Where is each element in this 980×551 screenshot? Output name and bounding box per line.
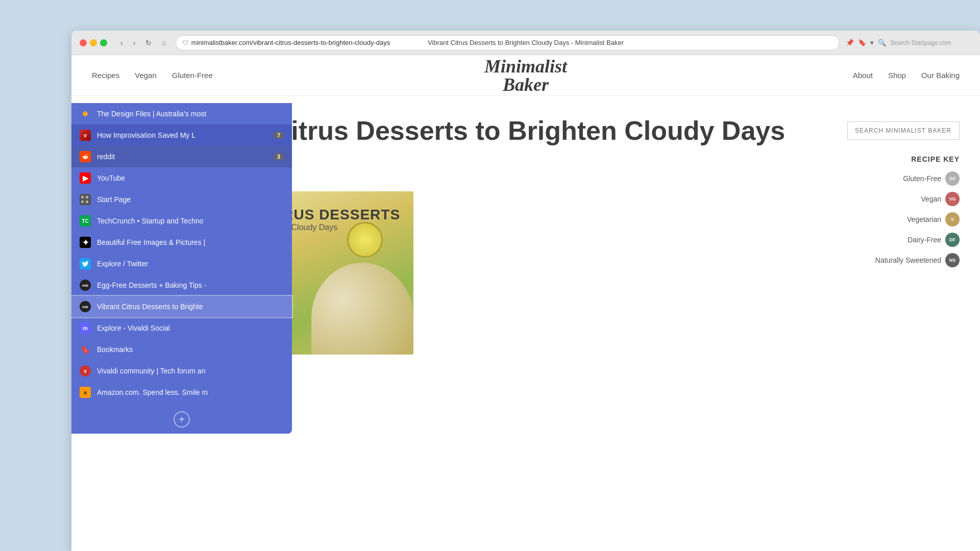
nav-vegan[interactable]: Vegan (135, 71, 157, 80)
key-label-vg: Vegan (921, 195, 941, 203)
tab-label-improvisation: How Improvisation Saved My L (97, 131, 267, 139)
tab-item-vivaldi-community[interactable]: v Vivaldi community | Tech forum an (71, 360, 292, 382)
nav-links-left: Recipes Vegan Gluten-Free (92, 71, 213, 80)
tab-label-reddit: reddit (97, 153, 267, 161)
recipe-search-input[interactable] (847, 121, 960, 140)
key-badge-v: V (945, 212, 960, 227)
startpage-icon (80, 194, 91, 205)
vivaldi-community-icon: v (80, 365, 91, 377)
tab-item-unsplash[interactable]: ✦ Beautiful Free Images & Pictures | (71, 232, 292, 253)
search-icon[interactable]: 🔍 (878, 39, 886, 46)
tab-item-minimalist-egg[interactable]: mb Egg-Free Desserts + Baking Tips - (71, 274, 292, 296)
vivaldi-icon: v (80, 130, 91, 141)
nav-gluten-free[interactable]: Gluten-Free (172, 71, 213, 80)
unsplash-icon: ✦ (80, 237, 91, 248)
key-label-v: Vegetarian (907, 215, 941, 223)
traffic-lights (80, 39, 107, 46)
key-badge-ns: NS (945, 253, 960, 267)
site-logo[interactable]: Minimalist Baker (484, 57, 567, 94)
design-files-icon (80, 108, 91, 119)
key-label-gf: Gluten-Free (903, 174, 941, 183)
maximize-button[interactable] (100, 39, 107, 46)
tab-label-vivaldi-community: Vivaldi community | Tech forum an (97, 367, 284, 375)
tab-item-twitter[interactable]: Explore / Twitter (71, 253, 292, 274)
site-nav: Recipes Vegan Gluten-Free Minimalist Bak… (71, 55, 980, 96)
tab-label-startpage: Start Page (97, 195, 284, 204)
tab-item-bookmarks[interactable]: 🔖 Bookmarks (71, 339, 292, 360)
key-item-df: Dairy-Free DF (908, 233, 960, 247)
key-badge-gf: GF (945, 171, 960, 186)
security-icon: 🛡 (182, 39, 188, 46)
forward-button[interactable]: › (130, 37, 139, 49)
back-button[interactable]: ‹ (117, 37, 126, 49)
recipe-key-title: RECIPE KEY (847, 155, 960, 163)
tab-label-unsplash: Beautiful Free Images & Pictures | (97, 238, 284, 246)
twitter-icon (80, 258, 91, 269)
title-bar: ‹ › ↻ ⌂ Vibrant Citrus Desserts to Brigh… (71, 31, 980, 55)
key-item-vg: Vegan VG (921, 192, 960, 206)
key-label-ns: Naturally Sweetened (875, 256, 941, 264)
nav-recipes[interactable]: Recipes (92, 71, 119, 80)
lemon-decoration (347, 222, 383, 258)
reddit-icon (80, 151, 91, 162)
key-label-df: Dairy-Free (908, 236, 941, 244)
key-item-gf: Gluten-Free GF (903, 171, 960, 186)
minimize-button[interactable] (90, 39, 97, 46)
tab-label-amazon: Amazon.com. Spend less. Smile m (97, 388, 284, 396)
tab-item-startpage[interactable]: Start Page (71, 189, 292, 210)
tab-item-vivaldi-social[interactable]: m Explore - Vivaldi Social (71, 317, 292, 339)
key-badge-df: DF (945, 233, 960, 247)
tab-label-vibrant-citrus: Vibrant Citrus Desserts to Brighte (97, 303, 284, 311)
bookmarks-icon: 🔖 (80, 344, 91, 355)
current-page-icon: mb (80, 301, 91, 312)
bookmark-icon[interactable]: 🔖 (858, 39, 866, 46)
tab-label-minimalist-egg: Egg-Free Desserts + Baking Tips - (97, 281, 284, 289)
reload-button[interactable]: ↻ (142, 37, 155, 49)
tab-badge-improvisation: 7 (274, 132, 284, 139)
close-button[interactable] (80, 39, 87, 46)
key-item-ns: Naturally Sweetened NS (875, 253, 960, 267)
tab-badge-reddit: 3 (274, 153, 284, 160)
navigation-buttons: ‹ › ↻ ⌂ (117, 37, 169, 49)
tab-item-improvisation[interactable]: v How Improvisation Saved My L 7 (71, 124, 292, 146)
tab-item-design-files[interactable]: The Design Files | Australia's most (71, 103, 292, 124)
minimalist-egg-icon: mb (80, 280, 91, 291)
logo-line1: Minimalist (484, 57, 567, 76)
mastodon-icon: m (80, 322, 91, 334)
nav-links-right: About Shop Our Baking (853, 71, 960, 80)
tab-item-vibrant-citrus[interactable]: mb Vibrant Citrus Desserts to Brighte (71, 296, 292, 317)
amazon-icon: a (80, 387, 91, 398)
home-button[interactable]: ⌂ (159, 37, 169, 49)
techcrunch-icon: TC (80, 215, 91, 227)
tab-item-youtube[interactable]: ▶ YouTube (71, 167, 292, 189)
nav-about[interactable]: About (853, 71, 873, 80)
sidebar: RECIPE KEY Gluten-Free GF Vegan VG Veget… (847, 116, 960, 355)
recipe-key-items: Gluten-Free GF Vegan VG Vegetarian V Dai… (847, 171, 960, 267)
tab-label-bookmarks: Bookmarks (97, 345, 284, 354)
chevron-down-icon[interactable]: ▾ (870, 39, 874, 46)
tab-label-design-files: The Design Files | Australia's most (97, 110, 284, 118)
pin-icon[interactable]: 📌 (846, 39, 854, 46)
tab-item-techcrunch[interactable]: TC TechCrunch • Startup and Techno (71, 210, 292, 232)
tab-label-techcrunch: TechCrunch • Startup and Techno (97, 217, 284, 225)
nav-baking[interactable]: Our Baking (921, 71, 960, 80)
tab-label-vivaldi-social: Explore - Vivaldi Social (97, 324, 284, 332)
toolbar-right: 📌 🔖 ▾ 🔍 Search Startpage.com (846, 39, 972, 46)
nav-shop[interactable]: Shop (888, 71, 906, 80)
tab-item-reddit[interactable]: reddit 3 (71, 146, 292, 167)
key-item-v: Vegetarian V (907, 212, 960, 227)
search-input[interactable]: Search Startpage.com (890, 39, 972, 46)
key-badge-vg: VG (945, 192, 960, 206)
tab-item-amazon[interactable]: a Amazon.com. Spend less. Smile m (71, 382, 292, 403)
browser-window: ‹ › ↻ ⌂ Vibrant Citrus Desserts to Brigh… (71, 31, 980, 551)
logo-line2: Baker (484, 76, 567, 94)
youtube-icon: ▶ (80, 172, 91, 184)
page-title: Vibrant Citrus Desserts to Brighten Clou… (428, 39, 624, 46)
tabs-dropdown: The Design Files | Australia's most v Ho… (71, 103, 292, 434)
add-tab-button[interactable]: + (174, 411, 190, 428)
tab-label-twitter: Explore / Twitter (97, 260, 284, 268)
tab-label-youtube: YouTube (97, 174, 284, 182)
